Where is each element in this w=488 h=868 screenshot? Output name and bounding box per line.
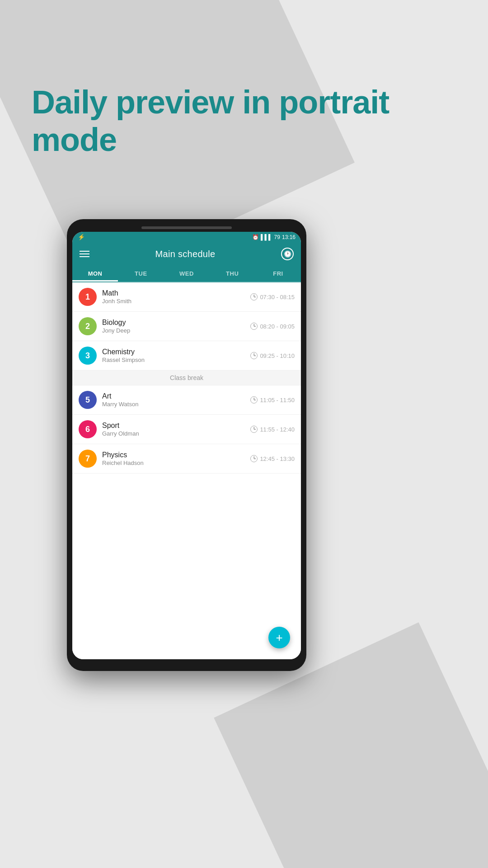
battery-value: 79 <box>274 234 280 240</box>
add-button[interactable]: + <box>268 627 290 648</box>
tab-fri[interactable]: FRI <box>255 266 301 282</box>
status-bar: ⚡ ⏰ ▌▌▌ 79 13:16 <box>72 232 301 242</box>
time-value-chemistry: 09:25 - 10:10 <box>260 352 295 359</box>
item-number-1: 1 <box>79 288 97 306</box>
item-info-biology: Biology Jony Deep <box>97 319 250 334</box>
tab-mon[interactable]: MON <box>72 266 118 282</box>
subject-math: Math <box>102 289 250 297</box>
item-number-6: 6 <box>79 420 97 438</box>
schedule-item-chemistry[interactable]: 3 Chemistry Rassel Simpson 09:25 - 10:10 <box>72 341 301 371</box>
clock-icon-art <box>250 396 258 404</box>
menu-button[interactable] <box>80 251 89 257</box>
app-title: Main schedule <box>155 249 216 259</box>
add-icon: + <box>276 631 282 645</box>
status-left: ⚡ <box>78 234 85 240</box>
teacher-sport: Garry Oldman <box>102 430 250 437</box>
subject-physics: Physics <box>102 451 250 459</box>
status-right: ⏰ ▌▌▌ 79 13:16 <box>252 234 296 240</box>
time-art: 11:05 - 11:50 <box>250 396 295 404</box>
time-display: 13:16 <box>282 234 296 240</box>
phone-wrapper: ⚡ ⏰ ▌▌▌ 79 13:16 Main schedule 🕐 <box>67 219 306 671</box>
subject-art: Art <box>102 392 250 400</box>
teacher-art: Marry Watson <box>102 401 250 408</box>
history-button[interactable]: 🕐 <box>281 248 294 260</box>
subject-biology: Biology <box>102 319 250 327</box>
schedule-item-art[interactable]: 5 Art Marry Watson 11:05 - 11:50 <box>72 385 301 415</box>
schedule-item-sport[interactable]: 6 Sport Garry Oldman 11:55 - 12:40 <box>72 415 301 444</box>
time-sport: 11:55 - 12:40 <box>250 426 295 433</box>
clock-icon-biology <box>250 323 258 330</box>
tab-wed[interactable]: WED <box>164 266 209 282</box>
tab-tue[interactable]: TUE <box>118 266 164 282</box>
class-break-label: Class break <box>170 374 203 381</box>
hamburger-line <box>80 251 89 252</box>
class-break-row: Class break <box>72 371 301 385</box>
hamburger-line <box>80 256 89 257</box>
item-info-sport: Sport Garry Oldman <box>97 422 250 437</box>
item-info-art: Art Marry Watson <box>97 392 250 408</box>
usb-icon: ⚡ <box>78 234 85 240</box>
subject-chemistry: Chemistry <box>102 348 250 356</box>
teacher-biology: Jony Deep <box>102 327 250 334</box>
item-info-math: Math Jonh Smith <box>97 289 250 305</box>
app-bar: Main schedule 🕐 <box>72 242 301 266</box>
clock-icon-chemistry <box>250 352 258 359</box>
schedule-item-physics[interactable]: 7 Physics Reichel Hadson 12:45 - 13:30 <box>72 444 301 474</box>
time-value-art: 11:05 - 11:50 <box>260 397 295 404</box>
time-physics: 12:45 - 13:30 <box>250 455 295 462</box>
schedule-item-biology[interactable]: 2 Biology Jony Deep 08:20 - 09:05 <box>72 312 301 341</box>
hamburger-line <box>80 253 89 254</box>
schedule-list: 1 Math Jonh Smith 07:30 - 08:15 2 Biolog… <box>72 282 301 659</box>
phone-top-bar <box>141 226 232 229</box>
item-info-chemistry: Chemistry Rassel Simpson <box>97 348 250 363</box>
tab-thu[interactable]: THU <box>210 266 255 282</box>
time-biology: 08:20 - 09:05 <box>250 323 295 330</box>
schedule-item-math[interactable]: 1 Math Jonh Smith 07:30 - 08:15 <box>72 282 301 312</box>
item-info-physics: Physics Reichel Hadson <box>97 451 250 466</box>
time-math: 07:30 - 08:15 <box>250 293 295 300</box>
phone-screen: ⚡ ⏰ ▌▌▌ 79 13:16 Main schedule 🕐 <box>72 232 301 659</box>
clock-icon-math <box>250 293 258 300</box>
phone-frame: ⚡ ⏰ ▌▌▌ 79 13:16 Main schedule 🕐 <box>67 219 306 671</box>
page-headline: Daily preview in portrait mode <box>32 84 447 159</box>
item-number-5: 5 <box>79 391 97 409</box>
clock-icon-physics <box>250 455 258 462</box>
subject-sport: Sport <box>102 422 250 430</box>
clock-icon-sport <box>250 426 258 433</box>
signal-icon: ▌▌▌ <box>261 234 272 240</box>
time-value-sport: 11:55 - 12:40 <box>260 426 295 433</box>
item-number-3: 3 <box>79 347 97 365</box>
time-value-physics: 12:45 - 13:30 <box>260 455 295 462</box>
days-tab-bar: MON TUE WED THU FRI <box>72 266 301 282</box>
teacher-physics: Reichel Hadson <box>102 460 250 466</box>
alarm-icon: ⏰ <box>252 234 259 240</box>
item-number-7: 7 <box>79 450 97 468</box>
time-value-biology: 08:20 - 09:05 <box>260 323 295 330</box>
teacher-math: Jonh Smith <box>102 298 250 305</box>
clock-history-icon: 🕐 <box>284 250 291 258</box>
time-chemistry: 09:25 - 10:10 <box>250 352 295 359</box>
time-value-math: 07:30 - 08:15 <box>260 294 295 300</box>
teacher-chemistry: Rassel Simpson <box>102 357 250 363</box>
item-number-2: 2 <box>79 317 97 335</box>
